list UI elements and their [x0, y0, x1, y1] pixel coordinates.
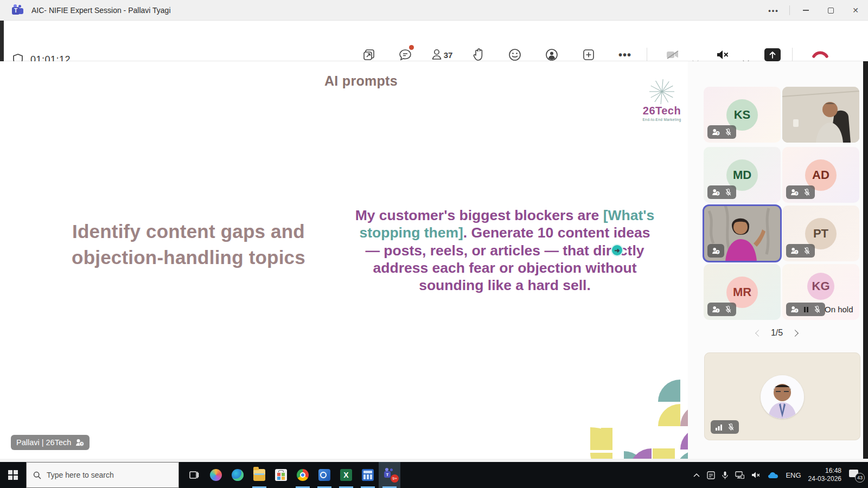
calculator-icon	[362, 469, 374, 481]
tray-volume-muted-icon[interactable]	[751, 471, 761, 479]
presenter-name-badge: Pallavi | 26Tech ?	[11, 435, 90, 450]
taskbar-search[interactable]: Type here to search	[26, 462, 179, 488]
file-explorer-icon	[253, 469, 265, 481]
screen-edge	[863, 61, 868, 459]
tray-network-icon[interactable]	[735, 471, 744, 479]
mic-muted-icon	[715, 47, 730, 63]
edge-app-button[interactable]	[227, 462, 248, 488]
window-more-icon[interactable]: •••	[761, 0, 786, 21]
decor-shape	[680, 404, 688, 426]
tray-teams-icon[interactable]	[707, 471, 715, 479]
participant-tile-ad[interactable]: AD ?	[782, 147, 859, 203]
decor-shape	[658, 380, 680, 402]
self-status-badge	[711, 420, 739, 434]
view-icon	[545, 47, 559, 63]
on-hold-label: On hold	[825, 305, 853, 314]
mic-off-icon	[803, 188, 810, 196]
participant-tile-md[interactable]: MD ?	[704, 147, 781, 203]
decor-shape	[653, 448, 675, 459]
participant-tile-mr[interactable]: MR !	[704, 264, 781, 320]
window-title: AIC- NIFIE Expert Session - Pallavi Tyag…	[31, 6, 171, 15]
copilot-app-button[interactable]	[205, 462, 227, 488]
minimize-button[interactable]	[793, 0, 818, 21]
svg-text:?: ?	[717, 192, 719, 195]
participant-tile-ks[interactable]: KS ?	[704, 87, 781, 143]
shared-screen-slide: AI prompts 26Tech End-to-End Marketing I…	[0, 61, 688, 459]
prompt-part1: My customer's biggest blockers are	[355, 207, 603, 223]
mic-off-icon	[803, 247, 810, 255]
attendee-icon: ?	[712, 189, 720, 196]
teams-badge: 9+	[391, 474, 399, 483]
file-explorer-app-button[interactable]	[248, 462, 270, 488]
status-badge: ?	[707, 125, 736, 139]
attendee-icon: ?	[75, 439, 84, 446]
mic-off-icon	[814, 305, 821, 313]
outlook-app-button[interactable]	[314, 462, 335, 488]
pop-out-icon	[362, 47, 376, 63]
tray-chevron-icon[interactable]	[693, 473, 700, 477]
teams-app-icon: T	[12, 4, 24, 16]
store-app-button[interactable]	[270, 462, 292, 488]
decor-shape	[590, 453, 612, 459]
svg-text:!: !	[796, 251, 797, 254]
react-smiley-icon	[508, 47, 522, 63]
attendee-icon: ?	[712, 129, 720, 136]
copilot-icon	[210, 469, 222, 481]
svg-text:!: !	[717, 309, 718, 312]
notification-center-button[interactable]: 43	[848, 470, 863, 480]
logo-text: 26Tech	[639, 105, 685, 117]
maximize-button[interactable]	[818, 0, 843, 21]
participant-tile-speaker-video[interactable]: ?	[704, 206, 781, 261]
calculator-app-button[interactable]	[357, 462, 379, 488]
excel-app-button[interactable]: X	[335, 462, 357, 488]
status-badge: ?	[707, 185, 736, 199]
mic-off-icon	[725, 305, 732, 313]
participant-tile-kg[interactable]: KG ! On hold	[782, 264, 859, 320]
signal-bars-icon	[715, 424, 723, 431]
title-bar: T AIC- NIFIE Expert Session - Pallavi Ty…	[0, 0, 868, 21]
start-button[interactable]	[0, 462, 26, 488]
task-view-icon	[189, 470, 200, 480]
participant-tile-video[interactable]	[782, 87, 859, 143]
mic-off-icon	[727, 423, 735, 431]
tile-pagination: 1/5	[691, 328, 863, 338]
task-view-button[interactable]	[183, 462, 205, 488]
mic-off-icon	[725, 128, 732, 136]
notification-count: 43	[855, 473, 865, 483]
chrome-icon	[297, 469, 309, 481]
participants-panel: KS ? MD	[691, 61, 863, 459]
status-badge: ?	[786, 185, 815, 199]
search-placeholder: Type here to search	[47, 471, 114, 479]
chat-notification-dot	[409, 45, 414, 50]
attendee-icon: ?	[712, 247, 720, 254]
taskbar-clock[interactable]: 16:48 24-03-2026	[808, 467, 841, 483]
language-indicator[interactable]: ENG	[786, 471, 801, 479]
chrome-app-button[interactable]	[292, 462, 314, 488]
share-icon	[764, 47, 781, 63]
people-icon	[431, 48, 443, 62]
tray-date: 24-03-2026	[808, 475, 841, 483]
logo-tagline: End-to-End Marketing	[639, 118, 685, 121]
raise-hand-icon	[472, 47, 485, 63]
svg-text:?: ?	[81, 442, 83, 446]
tray-mic-icon[interactable]	[722, 471, 728, 479]
attendee-icon: !	[712, 306, 720, 313]
self-view-tile[interactable]	[704, 352, 860, 440]
windows-taskbar: Type here to search X	[0, 462, 868, 488]
decor-shape	[675, 450, 688, 459]
camera-off-icon	[665, 47, 680, 63]
svg-text:?: ?	[795, 192, 797, 195]
people-count: 37	[444, 50, 453, 60]
outlook-icon	[318, 469, 330, 481]
pause-icon	[803, 306, 809, 313]
svg-text:!: !	[796, 309, 797, 312]
previous-page-icon[interactable]	[755, 330, 762, 337]
status-badge: !	[786, 303, 825, 316]
chat-icon	[398, 47, 412, 63]
teams-app-button[interactable]: T 9+	[379, 462, 400, 488]
svg-text:?: ?	[717, 251, 719, 254]
close-button[interactable]: ✕	[843, 0, 868, 21]
onedrive-icon[interactable]	[768, 472, 778, 479]
participant-tile-pt[interactable]: PT !	[782, 206, 859, 261]
next-page-icon[interactable]	[792, 330, 799, 337]
